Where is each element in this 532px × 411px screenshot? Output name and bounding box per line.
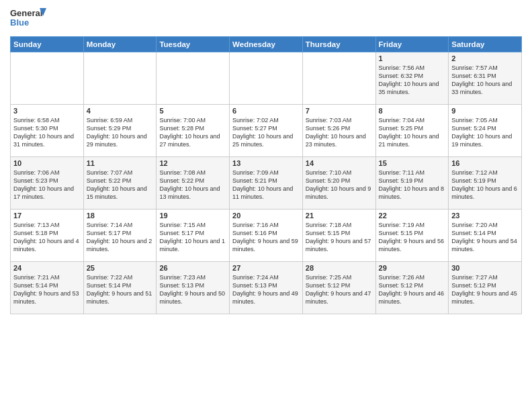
day-info: Sunrise: 7:12 AM Sunset: 5:19 PM Dayligh… [451, 169, 519, 201]
day-of-week-header: Wednesday [230, 37, 303, 52]
calendar-cell: 11Sunrise: 7:07 AM Sunset: 5:22 PM Dayli… [83, 157, 157, 210]
header: GeneralBlue [10, 7, 522, 31]
day-number: 24 [13, 264, 81, 272]
day-info: Sunrise: 7:13 AM Sunset: 5:18 PM Dayligh… [13, 221, 81, 254]
calendar-cell [157, 52, 230, 105]
day-info: Sunrise: 7:27 AM Sunset: 5:12 PM Dayligh… [451, 273, 519, 306]
day-of-week-header: Friday [375, 37, 449, 52]
day-info: Sunrise: 7:57 AM Sunset: 6:31 PM Dayligh… [451, 64, 519, 97]
svg-text:General: General [10, 8, 42, 18]
calendar-week-row: 17Sunrise: 7:13 AM Sunset: 5:18 PM Dayli… [11, 210, 522, 262]
day-number: 11 [87, 159, 154, 167]
calendar-cell [83, 52, 157, 105]
calendar-cell: 15Sunrise: 7:11 AM Sunset: 5:19 PM Dayli… [375, 157, 449, 210]
day-number: 10 [13, 159, 81, 167]
calendar-cell: 26Sunrise: 7:23 AM Sunset: 5:13 PM Dayli… [157, 262, 230, 314]
day-info: Sunrise: 7:09 AM Sunset: 5:21 PM Dayligh… [232, 169, 300, 201]
calendar-cell: 16Sunrise: 7:12 AM Sunset: 5:19 PM Dayli… [449, 157, 522, 210]
day-info: Sunrise: 7:07 AM Sunset: 5:22 PM Dayligh… [87, 169, 154, 201]
calendar-table: SundayMondayTuesdayWednesdayThursdayFrid… [10, 36, 522, 314]
day-number: 16 [451, 159, 519, 167]
day-of-week-header: Saturday [449, 37, 522, 52]
day-number: 12 [159, 159, 226, 167]
day-info: Sunrise: 7:15 AM Sunset: 5:17 PM Dayligh… [159, 221, 226, 254]
day-number: 18 [87, 212, 154, 220]
day-info: Sunrise: 7:08 AM Sunset: 5:22 PM Dayligh… [159, 169, 226, 201]
day-info: Sunrise: 7:11 AM Sunset: 5:19 PM Dayligh… [379, 169, 446, 201]
calendar-cell [230, 52, 303, 105]
calendar-cell: 28Sunrise: 7:25 AM Sunset: 5:12 PM Dayli… [302, 262, 375, 314]
day-number: 4 [87, 107, 154, 115]
day-info: Sunrise: 7:16 AM Sunset: 5:16 PM Dayligh… [232, 221, 300, 254]
calendar-cell: 14Sunrise: 7:10 AM Sunset: 5:20 PM Dayli… [302, 157, 375, 210]
day-number: 6 [232, 107, 300, 115]
calendar-cell: 23Sunrise: 7:20 AM Sunset: 5:14 PM Dayli… [449, 210, 522, 262]
day-number: 9 [451, 107, 519, 115]
calendar-body: 1Sunrise: 7:56 AM Sunset: 6:32 PM Daylig… [11, 52, 522, 314]
calendar-cell [11, 52, 84, 105]
day-info: Sunrise: 7:26 AM Sunset: 5:12 PM Dayligh… [379, 273, 446, 306]
logo-svg: GeneralBlue [10, 7, 50, 31]
day-number: 26 [159, 264, 226, 272]
day-of-week-header: Sunday [11, 37, 84, 52]
day-info: Sunrise: 7:23 AM Sunset: 5:13 PM Dayligh… [159, 273, 226, 306]
calendar-cell: 24Sunrise: 7:21 AM Sunset: 5:14 PM Dayli… [11, 262, 84, 314]
day-info: Sunrise: 7:00 AM Sunset: 5:28 PM Dayligh… [159, 116, 226, 149]
calendar-cell: 18Sunrise: 7:14 AM Sunset: 5:17 PM Dayli… [83, 210, 157, 262]
calendar-week-row: 24Sunrise: 7:21 AM Sunset: 5:14 PM Dayli… [11, 262, 522, 314]
day-info: Sunrise: 7:25 AM Sunset: 5:12 PM Dayligh… [306, 273, 373, 306]
day-number: 20 [232, 212, 300, 220]
day-number: 15 [379, 159, 446, 167]
calendar-cell: 19Sunrise: 7:15 AM Sunset: 5:17 PM Dayli… [157, 210, 230, 262]
day-number: 2 [451, 54, 519, 62]
day-number: 1 [379, 54, 446, 62]
day-info: Sunrise: 6:58 AM Sunset: 5:30 PM Dayligh… [13, 116, 81, 149]
day-info: Sunrise: 7:24 AM Sunset: 5:13 PM Dayligh… [232, 273, 300, 306]
calendar-cell: 21Sunrise: 7:18 AM Sunset: 5:15 PM Dayli… [302, 210, 375, 262]
day-info: Sunrise: 7:03 AM Sunset: 5:26 PM Dayligh… [306, 116, 373, 149]
day-number: 13 [232, 159, 300, 167]
calendar-cell: 1Sunrise: 7:56 AM Sunset: 6:32 PM Daylig… [375, 52, 449, 105]
day-info: Sunrise: 7:22 AM Sunset: 5:14 PM Dayligh… [87, 273, 154, 306]
calendar-cell: 20Sunrise: 7:16 AM Sunset: 5:16 PM Dayli… [230, 210, 303, 262]
calendar-cell: 27Sunrise: 7:24 AM Sunset: 5:13 PM Dayli… [230, 262, 303, 314]
calendar-cell: 25Sunrise: 7:22 AM Sunset: 5:14 PM Dayli… [83, 262, 157, 314]
calendar-week-row: 1Sunrise: 7:56 AM Sunset: 6:32 PM Daylig… [11, 52, 522, 105]
calendar-cell: 3Sunrise: 6:58 AM Sunset: 5:30 PM Daylig… [11, 105, 84, 157]
calendar-cell: 17Sunrise: 7:13 AM Sunset: 5:18 PM Dayli… [11, 210, 84, 262]
svg-text:Blue: Blue [10, 17, 29, 28]
day-of-week-header: Thursday [302, 37, 375, 52]
day-of-week-header: Tuesday [157, 37, 230, 52]
day-number: 8 [379, 107, 446, 115]
calendar-cell: 6Sunrise: 7:02 AM Sunset: 5:27 PM Daylig… [230, 105, 303, 157]
day-info: Sunrise: 7:20 AM Sunset: 5:14 PM Dayligh… [451, 221, 519, 254]
calendar-cell: 30Sunrise: 7:27 AM Sunset: 5:12 PM Dayli… [449, 262, 522, 314]
day-number: 21 [306, 212, 373, 220]
day-number: 19 [159, 212, 226, 220]
day-info: Sunrise: 7:05 AM Sunset: 5:24 PM Dayligh… [451, 116, 519, 149]
calendar-cell: 22Sunrise: 7:19 AM Sunset: 5:15 PM Dayli… [375, 210, 449, 262]
day-info: Sunrise: 7:06 AM Sunset: 5:23 PM Dayligh… [13, 169, 81, 201]
day-info: Sunrise: 7:56 AM Sunset: 6:32 PM Dayligh… [379, 64, 446, 97]
day-info: Sunrise: 7:10 AM Sunset: 5:20 PM Dayligh… [306, 169, 373, 201]
calendar-cell: 5Sunrise: 7:00 AM Sunset: 5:28 PM Daylig… [157, 105, 230, 157]
calendar-container: GeneralBlue SundayMondayTuesdayWednesday… [0, 0, 532, 321]
day-info: Sunrise: 7:14 AM Sunset: 5:17 PM Dayligh… [87, 221, 154, 254]
calendar-cell: 13Sunrise: 7:09 AM Sunset: 5:21 PM Dayli… [230, 157, 303, 210]
calendar-cell: 4Sunrise: 6:59 AM Sunset: 5:29 PM Daylig… [83, 105, 157, 157]
day-info: Sunrise: 7:18 AM Sunset: 5:15 PM Dayligh… [306, 221, 373, 254]
calendar-cell [302, 52, 375, 105]
day-number: 29 [379, 264, 446, 272]
calendar-week-row: 3Sunrise: 6:58 AM Sunset: 5:30 PM Daylig… [11, 105, 522, 157]
day-info: Sunrise: 7:21 AM Sunset: 5:14 PM Dayligh… [13, 273, 81, 306]
calendar-cell: 12Sunrise: 7:08 AM Sunset: 5:22 PM Dayli… [157, 157, 230, 210]
calendar-header: SundayMondayTuesdayWednesdayThursdayFrid… [11, 37, 522, 52]
calendar-cell: 29Sunrise: 7:26 AM Sunset: 5:12 PM Dayli… [375, 262, 449, 314]
calendar-cell: 10Sunrise: 7:06 AM Sunset: 5:23 PM Dayli… [11, 157, 84, 210]
day-number: 7 [306, 107, 373, 115]
calendar-week-row: 10Sunrise: 7:06 AM Sunset: 5:23 PM Dayli… [11, 157, 522, 210]
calendar-cell: 2Sunrise: 7:57 AM Sunset: 6:31 PM Daylig… [449, 52, 522, 105]
day-number: 14 [306, 159, 373, 167]
calendar-cell: 8Sunrise: 7:04 AM Sunset: 5:25 PM Daylig… [375, 105, 449, 157]
day-info: Sunrise: 7:02 AM Sunset: 5:27 PM Dayligh… [232, 116, 300, 149]
